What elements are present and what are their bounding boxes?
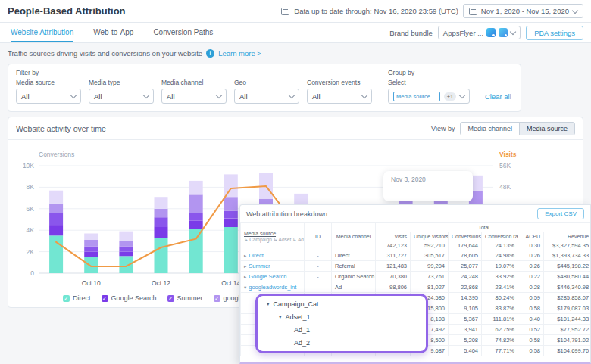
cell-conversion-rate: 23.41% [482,282,518,293]
cell-conversions: 25,077 [449,261,482,272]
cell-conversions: 78,605 [449,250,482,261]
collapse-caret-icon[interactable]: ▾ [279,314,282,320]
chevron-down-icon [289,92,295,98]
bar-segment-summer[interactable] [189,213,203,221]
bar-segment-other[interactable] [49,191,63,204]
col-header-media-source[interactable]: Media source ↳ Campaign ↳ Adset ↳ Ad [241,223,305,250]
group-by-chip[interactable]: Media source / ... [393,92,440,101]
filter-conversion-events: Conversion eventsAll [307,79,372,104]
bar-segment-other[interactable] [224,174,238,197]
col-header-media-channel[interactable]: Media channel [332,223,376,250]
bar-segment-googleadwords-int[interactable] [189,194,203,213]
cell-media-channel: Organic Search [332,272,376,282]
cell-id: - [305,261,332,272]
group-by-select[interactable]: Media source / ... +1 [388,89,470,104]
bar-segment-direct[interactable] [119,256,133,273]
hierarchy-item-label: Ad_2 [294,339,310,347]
col-header-acpu[interactable]: ACPU [518,232,544,241]
expand-caret-icon[interactable]: ▸ [244,274,246,279]
export-csv-button[interactable]: Export CSV [537,208,584,219]
col-header-unique-visitors[interactable]: Unique visitors [411,232,449,241]
select-media-channel[interactable]: All [161,89,227,104]
bar-segment-googleadwords-int[interactable] [119,241,133,246]
bar-segment-google-search[interactable] [84,252,98,257]
bar-segment-direct[interactable] [155,238,168,273]
col-header-conversion-rate[interactable]: Conversion rate [482,232,518,241]
clear-all-link[interactable]: Clear all [485,92,511,101]
select-conversion-events[interactable]: All [307,89,372,104]
total-unique-visitors: 592,210 [411,241,449,250]
learn-more-link[interactable]: Learn more > [218,49,261,58]
bar-segment-google-search[interactable] [189,220,203,229]
bar-segment-google-search[interactable] [49,225,63,235]
bar-segment-direct[interactable] [84,257,98,273]
legend-direct[interactable]: ✓Direct [63,294,91,302]
cell-revenue: $77,952.72 [544,325,591,335]
bar-segment-google-search[interactable] [119,252,133,257]
select-media-type[interactable]: All [89,89,154,104]
col-header-conversions[interactable]: Conversions [449,232,482,241]
col-header-id[interactable]: ID [305,223,332,250]
svg-text:Oct 14: Oct 14 [221,279,240,287]
table-title: Web attribution breakdown [246,210,327,218]
bar-segment-direct[interactable] [49,235,63,273]
col-header-revenue[interactable]: Revenue [544,232,591,241]
expand-caret-icon[interactable]: ▾ [244,285,246,290]
tab-website-attribution[interactable]: Website Attribution [11,23,73,42]
bar-segment-googleadwords-int[interactable] [155,209,168,217]
toggle-media-channel[interactable]: Media channel [461,123,519,135]
bar-segment-summer[interactable] [119,247,133,252]
collapse-caret-icon[interactable]: ▾ [267,301,270,307]
filter-label: Geo [234,79,299,86]
select-media-source[interactable]: All [16,89,81,104]
cell-unique-visitors: 73,761 [411,272,449,282]
hierarchy-item-ad-2[interactable]: Ad_2 [258,337,426,349]
svg-text:4K: 4K [27,226,35,234]
chevron-down-icon [70,92,77,98]
svg-text:56K: 56K [499,162,511,170]
media-source-link[interactable]: Direct [249,252,264,259]
legend-google-search[interactable]: ✓Google Search [102,294,157,302]
bar-segment-googleadwords-int[interactable] [49,204,63,213]
col-header-visits[interactable]: Visits [376,232,411,241]
bar-segment-summer[interactable] [155,217,168,227]
brand-bundle-value: AppsFlyer ... [443,29,483,37]
media-source-link[interactable]: Google Search [249,273,286,280]
media-source-link[interactable]: googleadwords_int [249,284,296,291]
bar-segment-other[interactable] [84,234,98,241]
legend-summer[interactable]: ✓Summer [167,294,203,302]
bar-segment-other[interactable] [119,232,133,241]
app-icon [486,28,496,37]
date-range-picker[interactable]: Nov 1, 2020 - Nov 15, 2020 [463,4,583,18]
filter-card: Filter by Media sourceAllMedia typeAllMe… [8,64,521,112]
bar-segment-summer[interactable] [84,247,98,252]
bar-segment-googleadwords-int[interactable] [84,240,98,247]
legend-checkbox[interactable]: ✓ [63,295,70,302]
hierarchy-item-campaign-cat[interactable]: ▾Campaign_Cat [258,298,426,310]
page-title: People-Based Attribution [8,5,281,17]
info-icon[interactable]: i [206,49,214,58]
legend-checkbox[interactable]: ✓ [167,295,174,302]
bar-segment-summer[interactable] [224,211,238,219]
expand-caret-icon[interactable]: ▸ [244,263,246,269]
bar-segment-direct[interactable] [224,227,238,273]
bar-segment-other[interactable] [189,181,203,195]
pba-settings-button[interactable]: PBA settings [526,26,583,40]
bar-segment-google-search[interactable] [155,227,168,238]
hierarchy-item-ad-1[interactable]: Ad_1 [258,324,426,336]
bar-segment-other[interactable] [155,197,168,209]
brand-bundle-select[interactable]: AppsFlyer ... [438,26,521,39]
tab-web-to-app[interactable]: Web-to-App [93,23,133,42]
bar-segment-direct[interactable] [189,229,203,273]
tab-conversion-paths[interactable]: Conversion Paths [153,23,213,42]
bar-segment-googleadwords-int[interactable] [224,197,238,211]
legend-checkbox[interactable]: ✓ [214,295,220,302]
expand-caret-icon[interactable]: ▸ [244,253,246,258]
legend-checkbox[interactable]: ✓ [102,295,108,302]
toggle-media-source[interactable]: Media source [519,123,574,135]
hierarchy-item-adset-1[interactable]: ▾Adset_1 [258,311,426,323]
select-geo[interactable]: All [234,89,299,104]
bar-segment-google-search[interactable] [224,219,238,227]
media-source-link[interactable]: Summer [249,263,270,269]
bar-segment-summer[interactable] [49,213,63,226]
